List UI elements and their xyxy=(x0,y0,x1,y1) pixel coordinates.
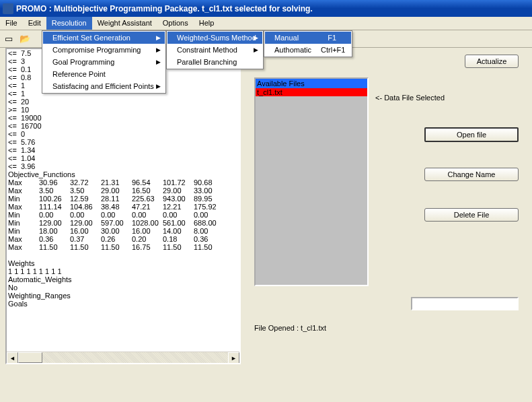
menu-item-label: Satisfacing and Efficient Points xyxy=(52,82,154,90)
table-cell: 12.21 xyxy=(163,203,194,211)
menu-item-parallel-branching[interactable]: Parallel Branching xyxy=(167,56,262,68)
menu-item-goal[interactable]: Goal Programming ▶ xyxy=(43,56,165,68)
menu-item-authomatic[interactable]: Authomatic Ctrl+F1 xyxy=(265,44,351,56)
folder-open-icon: 📂 xyxy=(20,34,30,44)
table-cell: 111.14 xyxy=(39,203,70,211)
weights-row: 1 1 1 1 1 1 1 1 1 xyxy=(8,267,62,275)
table-cell: 12.59 xyxy=(70,195,101,203)
menu-item-satisfacing[interactable]: Satisfacing and Efficient Points ▶ xyxy=(43,80,165,92)
table-cell: 0.20 xyxy=(132,235,163,243)
chevron-right-icon: ▶ xyxy=(156,83,161,90)
menu-item-manual[interactable]: Manual F1 xyxy=(265,32,351,44)
change-name-button[interactable]: Change Name xyxy=(424,168,519,181)
table-row: Max111.14104.8638.4847.2112.21175.92 xyxy=(8,203,225,211)
table-cell: 0.26 xyxy=(101,235,132,243)
menu-item-efficient-set[interactable]: Efficient Set Generation ▶ xyxy=(43,32,165,44)
table-cell: 0.36 xyxy=(194,235,225,243)
actualize-button[interactable]: Actualize xyxy=(465,55,519,68)
chevron-right-icon: ▶ xyxy=(254,34,258,41)
table-row: Max3.503.5029.0016.5029.0033.00 xyxy=(8,187,225,195)
table-row: Min129.00129.00597.001028.00561.00688.00 xyxy=(8,219,225,227)
table-cell: 0.00 xyxy=(101,211,132,219)
menu-weight-assistant[interactable]: Weight Assistant xyxy=(92,17,157,30)
table-cell: 100.26 xyxy=(39,195,70,203)
window-title: PROMO : Multiobjective Programming Packa… xyxy=(16,4,313,13)
menu-item-reference-point[interactable]: Reference Point xyxy=(43,68,165,80)
weighted-submenu: Manual F1 Authomatic Ctrl+F1 xyxy=(264,30,352,57)
table-row: Max11.5011.5011.5016.7511.5011.50 xyxy=(8,243,225,251)
menu-options[interactable]: Options xyxy=(157,17,194,30)
table-cell: 0.00 xyxy=(163,211,194,219)
scroll-right-button[interactable]: ► xyxy=(228,352,239,364)
chevron-right-icon: ▶ xyxy=(156,59,161,65)
toolbar-new-button[interactable]: ▭ xyxy=(1,32,16,46)
available-files-list[interactable]: Available Files t_cl1.txt xyxy=(254,77,369,286)
auto-weights-label: Automatic_Weights xyxy=(8,275,72,283)
menu-item-compromise[interactable]: Compromise Programming ▶ xyxy=(43,44,165,56)
chevron-right-icon: ▶ xyxy=(254,46,258,53)
table-cell: 11.50 xyxy=(70,243,101,251)
menu-item-label: Manual xyxy=(274,34,299,42)
app-icon xyxy=(3,3,13,14)
table-cell: 30.96 xyxy=(39,178,70,187)
menu-edit[interactable]: Edit xyxy=(23,17,46,30)
scroll-left-button[interactable]: ◄ xyxy=(7,352,18,364)
problem-text-area[interactable]: <= 7.5 <= 3 <= 0.1 <= 0.8 <= 1 <= 1 <= 2… xyxy=(5,48,241,364)
status-input[interactable] xyxy=(411,297,519,310)
table-cell: 3.50 xyxy=(39,187,70,195)
table-cell: 3.50 xyxy=(70,187,101,195)
table-cell: 1028.00 xyxy=(132,219,163,227)
menu-item-label: Constraint Method xyxy=(177,46,237,54)
weighting-ranges-label: Weighting_Ranges xyxy=(8,292,71,300)
horizontal-scrollbar[interactable]: ◄ ► xyxy=(7,351,239,363)
menu-item-label: Authomatic xyxy=(274,46,311,54)
chevron-right-icon: ▶ xyxy=(156,46,161,53)
chevron-left-icon: ◄ xyxy=(9,355,15,362)
objfun-label: Objective_Functions xyxy=(8,170,75,178)
list-item[interactable]: t_cl1.txt xyxy=(256,88,367,96)
constraints-block: <= 7.5 <= 3 <= 0.1 <= 0.8 <= 1 <= 1 <= 2… xyxy=(8,49,42,170)
table-cell: 11.50 xyxy=(163,243,194,251)
toolbar-open-button[interactable]: 📂 xyxy=(17,32,32,46)
table-cell: 89.95 xyxy=(194,195,225,203)
table-cell: Max xyxy=(8,235,39,243)
table-cell: 0.18 xyxy=(163,235,194,243)
menu-item-label: Weighted-Sums Method xyxy=(177,34,256,42)
table-cell: 0.00 xyxy=(132,211,163,219)
table-cell: 33.00 xyxy=(194,187,225,195)
open-file-button[interactable]: Open file xyxy=(424,127,519,142)
menu-help[interactable]: Help xyxy=(194,17,220,30)
table-cell: Min xyxy=(8,195,39,203)
table-cell: Max xyxy=(8,203,39,211)
menu-resolution[interactable]: Resolution xyxy=(46,17,92,30)
table-cell: 32.72 xyxy=(70,178,101,187)
table-cell: Min xyxy=(8,227,39,235)
table-cell: 16.75 xyxy=(132,243,163,251)
menu-file[interactable]: File xyxy=(0,17,23,30)
table-cell: 47.21 xyxy=(132,203,163,211)
table-cell: 96.54 xyxy=(132,178,163,187)
delete-file-button[interactable]: Delete File xyxy=(424,208,519,222)
menu-item-label: Goal Programming xyxy=(52,58,114,66)
document-icon: ▭ xyxy=(5,34,13,44)
main-content: <= 7.5 <= 3 <= 0.1 <= 0.8 <= 1 <= 1 <= 2… xyxy=(5,48,527,364)
table-cell: 29.00 xyxy=(163,187,194,195)
table-cell: 18.00 xyxy=(39,227,70,235)
table-cell: 30.00 xyxy=(101,227,132,235)
menu-bar: File Edit Resolution Weight Assistant Op… xyxy=(0,17,532,30)
table-cell: 0.37 xyxy=(70,235,101,243)
table-cell: 0.00 xyxy=(194,211,225,219)
scroll-thumb[interactable] xyxy=(18,352,42,363)
table-cell: Max xyxy=(8,187,39,195)
scroll-track[interactable] xyxy=(18,352,228,363)
table-cell: 175.92 xyxy=(194,203,225,211)
table-cell: Min xyxy=(8,219,39,227)
table-cell: 16.00 xyxy=(70,227,101,235)
goals-label: Goals xyxy=(8,300,28,308)
table-cell: Max xyxy=(8,178,39,187)
menu-item-shortcut: Ctrl+F1 xyxy=(321,46,345,54)
table-cell: 11.50 xyxy=(194,243,225,251)
menu-item-constraint-method[interactable]: Constraint Method ▶ xyxy=(167,44,262,56)
menu-item-weighted-sums[interactable]: Weighted-Sums Method ▶ xyxy=(167,32,262,44)
table-cell: 101.72 xyxy=(163,178,194,187)
